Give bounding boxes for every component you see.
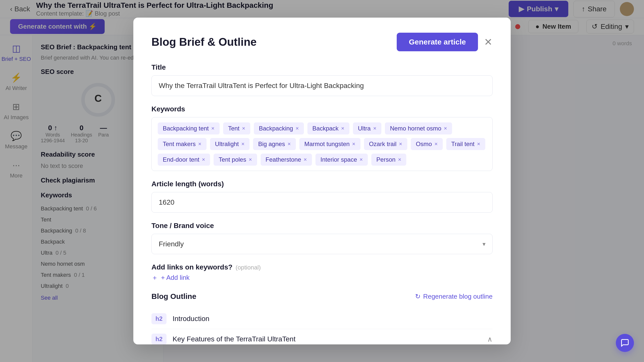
- regen-label: Regenerate blog outline: [423, 293, 493, 300]
- outline-title: Blog Outline: [151, 292, 196, 301]
- regenerate-outline-button[interactable]: ↻ Regenerate blog outline: [415, 293, 493, 300]
- keyword-tag-interior-space: Interior space ×: [315, 154, 368, 166]
- collapse-chevron-icon[interactable]: ∧: [487, 335, 493, 343]
- keyword-tag-nemo: Nemo hornet osmo ×: [385, 122, 452, 134]
- keyword-tag-ultra: Ultra ×: [353, 122, 382, 134]
- keyword-tag-backpacking: Backpacking ×: [254, 122, 304, 134]
- tone-select-wrap: Friendly Professional Casual Formal ▾: [151, 234, 493, 254]
- keywords-field-label: Keywords: [151, 105, 493, 113]
- modal-header: Blog Brief & Outline Generate article ✕: [151, 33, 493, 51]
- modal-overlay[interactable]: Blog Brief & Outline Generate article ✕ …: [0, 0, 644, 362]
- remove-keyword-nemo[interactable]: ×: [444, 126, 447, 131]
- tone-label: Tone / Brand voice: [151, 222, 493, 230]
- keyword-tag-backpacking-tent: Backpacking tent ×: [158, 122, 220, 134]
- add-links-row: Add links on keywords? (optional): [151, 263, 493, 271]
- keyword-tag-big-agnes: Big agnes ×: [253, 138, 296, 150]
- remove-keyword-osmo[interactable]: ×: [434, 141, 438, 147]
- add-link-button[interactable]: ＋ + Add link: [151, 273, 493, 282]
- keyword-tag-tent-makers: Tent makers ×: [158, 138, 207, 150]
- add-links-optional: (optional): [236, 264, 261, 271]
- blog-brief-modal: Blog Brief & Outline Generate article ✕ …: [133, 18, 511, 344]
- remove-keyword-tent-makers[interactable]: ×: [198, 141, 202, 147]
- refresh-icon: ↻: [415, 293, 421, 300]
- remove-keyword-backpack[interactable]: ×: [341, 126, 344, 131]
- keyword-tag-tent-poles: Tent poles ×: [214, 154, 257, 166]
- remove-keyword-tent[interactable]: ×: [242, 126, 245, 131]
- outline-header: Blog Outline ↻ Regenerate blog outline: [151, 292, 493, 301]
- outline-list: h2 Introduction h2 Key Features of the T…: [151, 309, 493, 344]
- close-button[interactable]: ✕: [484, 37, 493, 47]
- keyword-tag-ultralight: Ultralight ×: [210, 138, 250, 150]
- remove-keyword-featherstone[interactable]: ×: [304, 157, 307, 162]
- title-field-label: Title: [151, 63, 493, 71]
- add-link-label: + Add link: [161, 274, 189, 282]
- article-length-label: Article length (words): [151, 180, 493, 188]
- chat-bubble-button[interactable]: [616, 334, 634, 352]
- keyword-tag-person: Person ×: [371, 154, 406, 166]
- keyword-tag-featherstone: Featherstone ×: [261, 154, 312, 166]
- outline-item-key-features: h2 Key Features of the TerraTrail UltraT…: [151, 329, 493, 344]
- remove-keyword-ozark[interactable]: ×: [399, 141, 402, 147]
- title-input[interactable]: [151, 75, 493, 96]
- keyword-tag-ozark: Ozark trail ×: [364, 138, 407, 150]
- remove-keyword-tent-poles[interactable]: ×: [249, 157, 252, 162]
- outline-text-intro: Introduction: [173, 315, 209, 323]
- remove-keyword-backpacking-tent[interactable]: ×: [211, 126, 215, 131]
- add-links-label: Add links on keywords?: [151, 263, 232, 271]
- remove-keyword-marmot[interactable]: ×: [352, 141, 355, 147]
- keyword-tag-backpack: Backpack ×: [307, 122, 349, 134]
- remove-keyword-interior-space[interactable]: ×: [359, 157, 363, 162]
- tone-select[interactable]: Friendly Professional Casual Formal: [151, 234, 493, 254]
- modal-title: Blog Brief & Outline: [151, 36, 257, 48]
- generate-article-button[interactable]: Generate article: [397, 33, 478, 51]
- remove-keyword-backpacking[interactable]: ×: [296, 126, 299, 131]
- outline-item-introduction: h2 Introduction: [151, 309, 493, 329]
- remove-keyword-person[interactable]: ×: [398, 157, 401, 162]
- keyword-tag-marmot: Marmot tungsten ×: [299, 138, 360, 150]
- keyword-tag-end-door: End-door tent ×: [158, 154, 210, 166]
- remove-keyword-ultra[interactable]: ×: [373, 126, 376, 131]
- article-length-input[interactable]: [151, 192, 493, 213]
- keywords-box: Backpacking tent × Tent × Backpacking × …: [151, 117, 493, 171]
- remove-keyword-end-door[interactable]: ×: [202, 157, 205, 162]
- remove-keyword-big-agnes[interactable]: ×: [288, 141, 291, 147]
- h2-badge-features: h2: [151, 334, 167, 344]
- keyword-tag-tent: Tent ×: [223, 122, 250, 134]
- remove-keyword-ultralight[interactable]: ×: [241, 141, 245, 147]
- modal-actions: Generate article ✕: [397, 33, 493, 51]
- plus-icon: ＋: [151, 273, 158, 282]
- h2-badge-intro: h2: [151, 313, 167, 324]
- remove-keyword-trail-tent[interactable]: ×: [477, 141, 480, 147]
- keyword-tag-trail-tent: Trail tent ×: [446, 138, 485, 150]
- outline-text-features: Key Features of the TerraTrail UltraTent: [173, 335, 296, 343]
- keyword-tag-osmo: Osmo ×: [411, 138, 443, 150]
